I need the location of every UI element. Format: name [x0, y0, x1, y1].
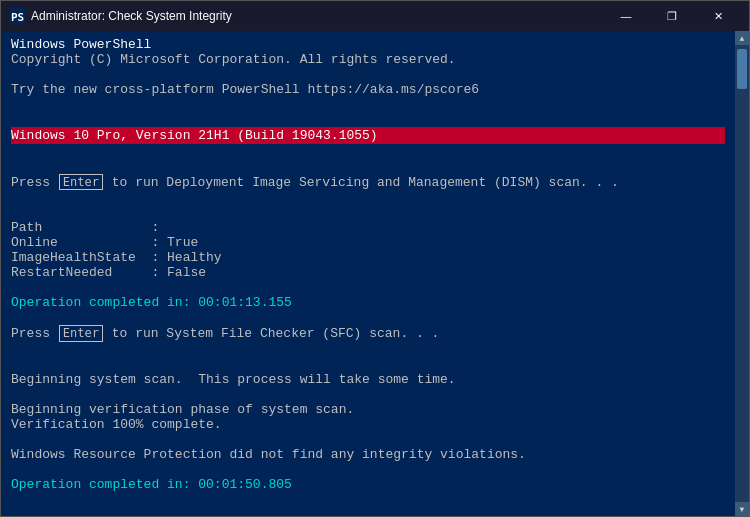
scroll-thumb[interactable]	[737, 49, 747, 89]
empty6	[11, 190, 725, 205]
window-controls: — ❐ ✕	[603, 1, 741, 31]
empty15	[11, 492, 725, 507]
enter-key-sfc: Enter	[59, 325, 103, 341]
ps-tip: Try the new cross-platform PowerShell ht…	[11, 82, 725, 97]
empty10	[11, 342, 725, 357]
enter-key-dism: Enter	[59, 174, 103, 190]
sfc-complete: Operation completed in: 00:01:50.805	[11, 477, 725, 492]
ps-header1: Windows PowerShell	[11, 37, 725, 52]
begin-verify: Beginning verification phase of system s…	[11, 402, 725, 417]
close-button[interactable]: ✕	[695, 1, 741, 31]
empty9	[11, 310, 725, 325]
empty13	[11, 432, 725, 447]
empty3	[11, 112, 725, 127]
maximize-button[interactable]: ❐	[649, 1, 695, 31]
online-line: Online : True	[11, 235, 725, 250]
svg-text:PS: PS	[11, 11, 24, 24]
empty14	[11, 462, 725, 477]
empty4	[11, 144, 725, 159]
dism-complete: Operation completed in: 00:01:13.155	[11, 295, 725, 310]
no-violations: Windows Resource Protection did not find…	[11, 447, 725, 462]
empty7	[11, 205, 725, 220]
terminal[interactable]: Windows PowerShell Copyright (C) Microso…	[1, 31, 735, 516]
empty11	[11, 357, 725, 372]
restart-line: RestartNeeded : False	[11, 265, 725, 280]
empty16	[11, 507, 725, 516]
begin-scan: Beginning system scan. This process will…	[11, 372, 725, 387]
empty1	[11, 67, 725, 82]
verify-complete: Verification 100% complete.	[11, 417, 725, 432]
empty2	[11, 97, 725, 112]
path-line: Path :	[11, 220, 725, 235]
dism-prompt: Press Enter to run Deployment Image Serv…	[11, 174, 725, 190]
window-title: Administrator: Check System Integrity	[31, 9, 603, 23]
ps-header2: Copyright (C) Microsoft Corporation. All…	[11, 52, 725, 67]
powershell-icon: PS	[9, 8, 25, 24]
minimize-button[interactable]: —	[603, 1, 649, 31]
win-version-line: Windows 10 Pro, Version 21H1 (Build 1904…	[11, 127, 725, 144]
title-bar: PS Administrator: Check System Integrity…	[1, 1, 749, 31]
vertical-scrollbar[interactable]: ▲ ▼	[735, 31, 749, 516]
win-version-text: Windows 10 Pro, Version 21H1 (Build 1904…	[11, 128, 378, 143]
powershell-window: PS Administrator: Check System Integrity…	[0, 0, 750, 517]
empty8	[11, 280, 725, 295]
scroll-down-button[interactable]: ▼	[735, 502, 749, 516]
sfc-prompt: Press Enter to run System File Checker (…	[11, 325, 725, 341]
imagehealth-line: ImageHealthState : Healthy	[11, 250, 725, 265]
terminal-area: Windows PowerShell Copyright (C) Microso…	[1, 31, 749, 516]
scroll-up-button[interactable]: ▲	[735, 31, 749, 45]
empty5	[11, 159, 725, 174]
scroll-track[interactable]	[735, 45, 749, 502]
empty12	[11, 387, 725, 402]
